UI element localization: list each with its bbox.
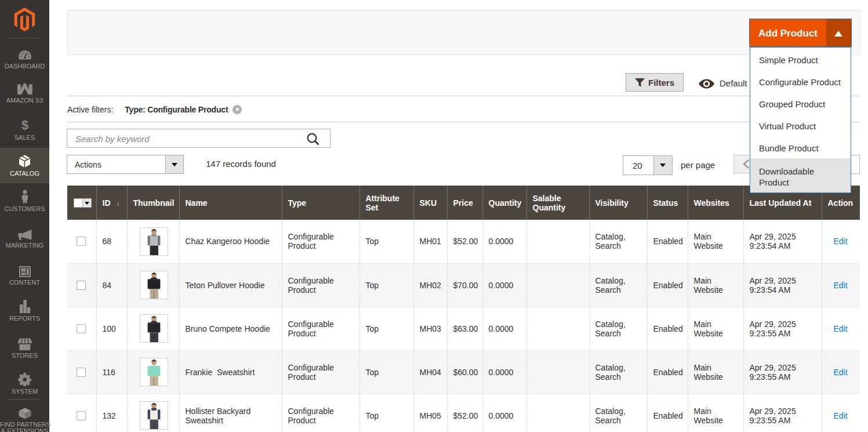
svg-text:$: $ (21, 118, 28, 132)
